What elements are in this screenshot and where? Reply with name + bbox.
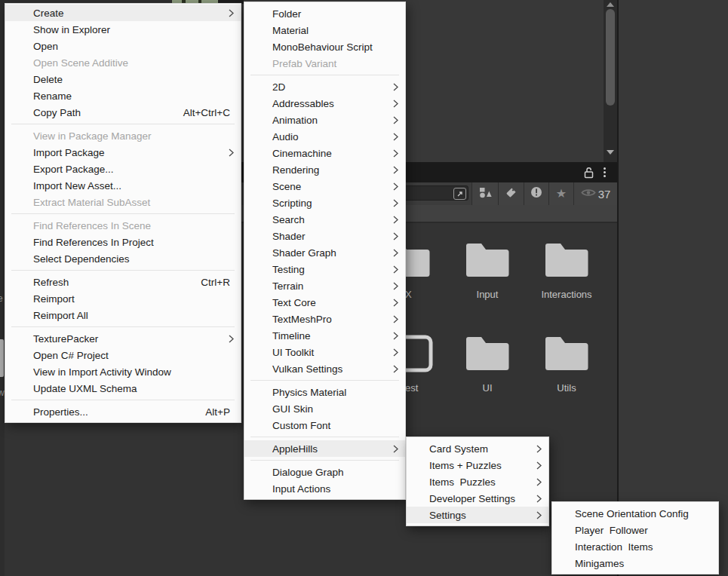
menu-item-view-in-import-activity-window[interactable]: View in Import Activity Window	[5, 363, 241, 380]
menu-item-label: Copy Path	[33, 107, 168, 118]
menu-item-minigames[interactable]: Minigames	[552, 555, 718, 571]
open-search-window-icon[interactable]	[453, 188, 466, 200]
menu-item-addressables[interactable]: Addressables	[244, 95, 405, 112]
menu-item-physics-material[interactable]: Physics Material	[244, 384, 405, 400]
menu-item-cinemachine[interactable]: Cinemachine	[244, 145, 405, 161]
menu-item-properties[interactable]: Properties...Alt+P	[5, 403, 241, 420]
menu-item-monobehaviour-script[interactable]: MonoBehaviour Script	[244, 38, 405, 55]
menu-item-label: Shader Graph	[272, 247, 395, 259]
menu-separator	[250, 437, 399, 437]
menu-item-vulkan-settings[interactable]: Vulkan Settings	[244, 360, 405, 377]
menu-item-label: Export Package...	[33, 164, 230, 175]
menu-item-label: UI Toolkit	[272, 347, 395, 358]
menu-item-rename[interactable]: Rename	[5, 87, 241, 104]
menu-item-audio[interactable]: Audio	[244, 128, 405, 145]
menu-item-open[interactable]: Open	[5, 38, 241, 54]
warnings-button[interactable]	[524, 182, 548, 205]
menu-item-applehills[interactable]: AppleHills	[244, 440, 405, 457]
menu-item-reimport-all[interactable]: Reimport All	[5, 307, 241, 323]
menu-item-label: Animation	[272, 115, 395, 126]
filter-by-type-button[interactable]	[472, 182, 498, 205]
menu-item-input-actions[interactable]: Input Actions	[244, 480, 405, 497]
menu-item-select-dependencies[interactable]: Select Dependencies	[5, 250, 241, 267]
menu-item-animation[interactable]: Animation	[244, 112, 405, 128]
menu-item-gui-skin[interactable]: GUI Skin	[244, 400, 405, 417]
menu-item-export-package[interactable]: Export Package...	[5, 161, 241, 177]
menu-item-timeline[interactable]: Timeline	[244, 327, 405, 344]
menu-item-custom-font[interactable]: Custom Font	[244, 417, 405, 434]
menu-item-dialogue-graph[interactable]: Dialogue Graph	[244, 464, 405, 480]
menu-item-scene-orientation-config[interactable]: Scene Orientation Config	[552, 505, 718, 522]
menu-item-copy-path[interactable]: Copy PathAlt+Ctrl+C	[5, 104, 241, 121]
menu-item-rendering[interactable]: Rendering	[244, 161, 405, 178]
menu-item-label: Timeline	[272, 330, 395, 342]
eye-icon	[581, 187, 596, 201]
project-item-interactions[interactable]: Interactions	[527, 241, 606, 300]
menu-item-label: AppleHills	[272, 443, 395, 455]
menu-item-2d[interactable]: 2D	[244, 78, 405, 95]
menu-separator	[11, 326, 235, 327]
menu-item-scene[interactable]: Scene	[244, 178, 405, 195]
menu-item-prefab-variant: Prefab Variant	[244, 55, 405, 72]
chevron-right-icon	[393, 128, 398, 145]
menu-item-label: Properties...	[33, 406, 190, 418]
menu-item-reimport[interactable]: Reimport	[5, 290, 241, 307]
menu-item-create[interactable]: Create	[5, 5, 241, 21]
menu-item-import-package[interactable]: Import Package	[5, 144, 241, 161]
menu-item-items-puzzles[interactable]: Items + Puzzles	[407, 457, 548, 473]
visibility-button[interactable]: 37	[573, 182, 617, 205]
menu-item-label: TexturePacker	[33, 333, 230, 345]
star-icon: ★	[556, 188, 567, 200]
menu-item-shader[interactable]: Shader	[244, 228, 405, 244]
chevron-right-icon	[229, 5, 234, 21]
menu-item-find-references-in-project[interactable]: Find References In Project	[5, 234, 241, 250]
project-item-label: Input	[448, 289, 527, 300]
context-menu: CreateShow in ExplorerOpenOpen Scene Add…	[5, 3, 241, 423]
menu-item-shader-graph[interactable]: Shader Graph	[244, 244, 405, 261]
menu-item-player-follower[interactable]: Player Follower	[552, 522, 718, 538]
menu-item-interaction-items[interactable]: Interaction Items	[552, 538, 718, 555]
chevron-right-icon	[536, 473, 542, 490]
menu-item-label: Search	[272, 214, 395, 225]
menu-item-card-system[interactable]: Card System	[407, 440, 548, 457]
menu-item-label: Audio	[272, 131, 395, 142]
menu-item-folder[interactable]: Folder	[244, 5, 405, 22]
menu-item-delete[interactable]: Delete	[5, 71, 241, 87]
menu-item-settings[interactable]: Settings	[407, 507, 548, 523]
menu-item-label: Import New Asset...	[33, 180, 230, 191]
menu-item-developer-settings[interactable]: Developer Settings	[407, 490, 548, 507]
menu-item-search[interactable]: Search	[244, 211, 405, 228]
chevron-right-icon	[393, 294, 398, 311]
menu-item-material[interactable]: Material	[244, 22, 405, 38]
menu-item-import-new-asset[interactable]: Import New Asset...	[5, 177, 241, 194]
menu-item-scripting[interactable]: Scripting	[244, 195, 405, 211]
menu-item-label: Testing	[272, 264, 395, 275]
favorites-button[interactable]: ★	[548, 182, 573, 205]
menu-item-refresh[interactable]: RefreshCtrl+R	[5, 274, 241, 290]
vertical-scrollbar[interactable]	[604, 0, 617, 162]
filter-by-label-button[interactable]	[498, 182, 524, 205]
menu-item-update-uxml-schema[interactable]: Update UXML Schema	[5, 380, 241, 397]
menu-item-testing[interactable]: Testing	[244, 261, 405, 277]
chevron-right-icon	[393, 145, 398, 161]
project-item-input[interactable]: Input	[448, 241, 527, 300]
menu-item-text-core[interactable]: Text Core	[244, 294, 405, 311]
unlock-icon[interactable]	[582, 166, 594, 179]
menu-item-open-c-project[interactable]: Open C# Project	[5, 347, 241, 363]
chevron-right-icon	[393, 195, 398, 211]
chevron-right-icon	[393, 244, 398, 261]
scroll-down-arrow-icon[interactable]	[607, 150, 614, 155]
kebab-menu-icon[interactable]	[598, 166, 610, 179]
scrollbar-thumb[interactable]	[606, 9, 615, 106]
menu-item-label: Refresh	[33, 277, 186, 288]
project-item-utils[interactable]: Utils	[527, 335, 606, 394]
menu-item-items-puzzles[interactable]: Items Puzzles	[407, 473, 548, 490]
menu-item-terrain[interactable]: Terrain	[244, 277, 405, 294]
menu-item-textmeshpro[interactable]: TextMeshPro	[244, 311, 405, 327]
menu-item-show-in-explorer[interactable]: Show in Explorer	[5, 21, 241, 38]
menu-item-label: Text Core	[272, 297, 395, 308]
menu-item-texturepacker[interactable]: TexturePacker	[5, 330, 241, 347]
scroll-up-arrow-icon[interactable]	[607, 2, 614, 7]
menu-item-ui-toolkit[interactable]: UI Toolkit	[244, 344, 405, 360]
project-item-ui[interactable]: UI	[448, 335, 527, 394]
